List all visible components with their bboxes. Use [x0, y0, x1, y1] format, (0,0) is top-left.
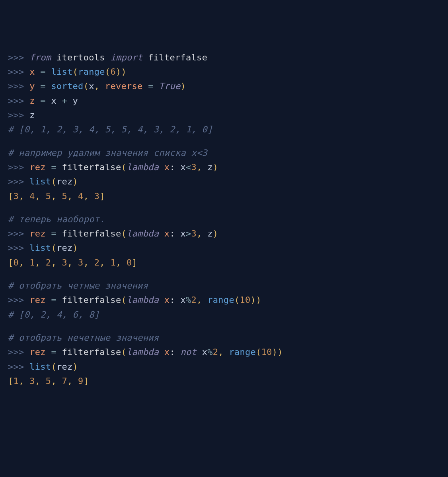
code-token: lambda: [127, 162, 164, 172]
code-token: 3: [62, 258, 67, 268]
code-line: >>> rez = filterfalse(lambda x: x>3, z): [8, 227, 440, 241]
code-token: 2: [213, 347, 218, 357]
code-line: >>> rez = filterfalse(lambda x: x%2, ran…: [8, 293, 440, 307]
code-token: # отобрать нечетные значения: [8, 333, 159, 343]
code-token: ): [73, 243, 78, 253]
code-token: range: [207, 295, 234, 305]
code-token: True: [159, 81, 180, 91]
repl-prompt: >>>: [8, 229, 29, 238]
code-token: rez: [56, 176, 73, 186]
code-token: ,: [94, 81, 105, 91]
code-token: ,: [197, 295, 207, 305]
code-token: 3: [29, 376, 35, 386]
code-token: [: [8, 376, 14, 386]
code-token: rez: [29, 347, 51, 357]
code-token: x: [180, 162, 186, 172]
code-line: [0, 1, 2, 3, 3, 2, 1, 0]: [8, 256, 440, 270]
code-line: >>> rez = filterfalse(lambda x: x<3, z): [8, 160, 440, 175]
code-line: # например удалим значения списка x<3: [8, 146, 440, 160]
code-token: :: [169, 347, 180, 357]
code-token: lambda: [127, 347, 164, 357]
code-token: 1: [14, 376, 19, 386]
code-token: x: [164, 347, 170, 357]
code-token: rez: [29, 229, 51, 238]
code-token: (: [51, 243, 56, 253]
repl-prompt: >>>: [8, 96, 29, 106]
code-token: 1: [110, 258, 116, 268]
code-token: 5: [62, 191, 67, 201]
code-token: ,: [218, 347, 229, 357]
code-token: (: [84, 81, 89, 91]
code-token: # [0, 2, 4, 6, 8]: [8, 310, 99, 320]
code-line: >>> list(rez): [8, 241, 440, 255]
code-token: ,: [51, 191, 62, 201]
code-token: (: [73, 67, 78, 77]
code-block: >>> from itertools import filterfalse>>>…: [8, 50, 440, 388]
code-token: z: [207, 162, 213, 172]
code-token: (: [51, 176, 56, 186]
code-token: ,: [19, 191, 29, 201]
code-token: (: [121, 347, 127, 357]
repl-prompt: >>>: [8, 243, 29, 253]
code-token: =: [51, 229, 62, 238]
code-token: x: [51, 96, 62, 106]
code-token: +: [62, 96, 72, 106]
code-token: z: [207, 229, 213, 238]
repl-prompt: >>>: [8, 295, 29, 305]
code-token: lambda: [127, 295, 164, 305]
code-token: (: [105, 67, 111, 77]
code-token: x: [164, 295, 170, 305]
code-token: %: [186, 295, 191, 305]
repl-prompt: >>>: [8, 81, 29, 91]
code-line: [8, 137, 440, 146]
code-token: z: [29, 110, 35, 120]
code-token: filterfalse: [62, 347, 121, 357]
code-line: # [0, 1, 2, 3, 4, 5, 5, 4, 3, 2, 1, 0]: [8, 122, 440, 137]
code-token: =: [40, 67, 51, 77]
code-token: itertools: [56, 52, 110, 62]
code-line: >>> y = sorted(x, reverse = True): [8, 79, 440, 93]
code-token: ): [251, 295, 256, 305]
code-token: filterfalse: [62, 162, 121, 172]
code-token: 5: [46, 191, 51, 201]
code-token: y: [73, 96, 78, 106]
code-token: =: [51, 162, 62, 172]
code-token: 3: [191, 229, 197, 238]
code-token: [: [8, 258, 14, 268]
code-line: [8, 204, 440, 212]
code-token: :: [169, 229, 180, 238]
code-token: 10: [261, 347, 272, 357]
code-token: ,: [19, 258, 29, 268]
code-token: ): [272, 347, 278, 357]
code-token: ): [213, 162, 218, 172]
code-token: ): [181, 81, 186, 91]
code-line: >>> z = x + y: [8, 94, 440, 108]
code-token: =: [40, 81, 51, 91]
code-token: ,: [35, 258, 46, 268]
code-token: 9: [78, 376, 84, 386]
code-token: x: [180, 229, 186, 238]
code-token: 2: [191, 295, 197, 305]
code-token: 6: [110, 67, 116, 77]
code-token: (: [51, 362, 56, 372]
code-token: ,: [35, 191, 46, 201]
code-token: filterfalse: [148, 52, 207, 62]
code-line: # отобрать нечетные значения: [8, 331, 440, 345]
code-token: 3: [94, 191, 100, 201]
code-token: z: [29, 96, 40, 106]
code-line: >>> from itertools import filterfalse: [8, 50, 440, 65]
code-token: rez: [29, 162, 51, 172]
code-line: # отобрать четные значения: [8, 279, 440, 293]
repl-prompt: >>>: [8, 52, 29, 62]
code-line: [3, 4, 5, 5, 4, 3]: [8, 189, 440, 204]
code-token: from: [29, 52, 56, 62]
code-token: import: [110, 52, 148, 62]
code-token: 5: [46, 376, 51, 386]
code-token: 1: [29, 258, 35, 268]
code-token: y: [29, 81, 40, 91]
code-token: ): [73, 176, 78, 186]
code-token: ,: [67, 191, 78, 201]
code-token: (: [121, 229, 127, 238]
code-token: ,: [35, 376, 46, 386]
code-line: >>> list(rez): [8, 175, 440, 189]
